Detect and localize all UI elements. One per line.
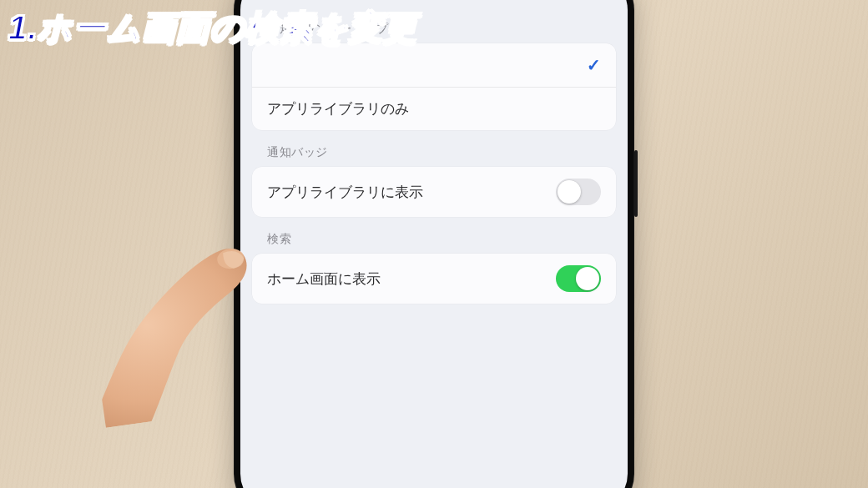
toggle-show-in-app-library[interactable] xyxy=(556,179,601,205)
toggle-knob xyxy=(576,267,599,290)
checkmark-icon: ✓ xyxy=(587,55,601,75)
group-new-downloads: ✓ アプリライブラリのみ xyxy=(252,43,616,130)
row-show-in-app-library-label: アプリライブラリに表示 xyxy=(267,183,423,202)
option-add-to-home[interactable]: ✓ xyxy=(252,43,616,87)
row-show-on-home-screen-label: ホーム画面に表示 xyxy=(267,269,381,289)
toggle-knob xyxy=(558,180,581,204)
phone-frame: 新規ダウンロードアプリ ✓ アプリライブラリのみ 通知バッジ アプリライブラリに… xyxy=(234,0,634,488)
group-search: ホーム画面に表示 xyxy=(252,254,616,304)
settings-page: 新規ダウンロードアプリ ✓ アプリライブラリのみ 通知バッジ アプリライブラリに… xyxy=(240,0,628,304)
section-header-search: 検索 xyxy=(252,217,616,254)
section-header-notification-badges: 通知バッジ xyxy=(252,130,616,167)
group-notification-badges: アプリライブラリに表示 xyxy=(252,167,616,217)
phone-screen: 新規ダウンロードアプリ ✓ アプリライブラリのみ 通知バッジ アプリライブラリに… xyxy=(240,0,628,488)
row-show-in-app-library: アプリライブラリに表示 xyxy=(252,167,616,217)
toggle-show-on-home-screen[interactable] xyxy=(556,265,601,292)
option-app-library-only-label: アプリライブラリのみ xyxy=(267,99,409,118)
option-app-library-only[interactable]: アプリライブラリのみ xyxy=(252,87,616,130)
section-header-new-downloads: 新規ダウンロードアプリ xyxy=(252,7,616,43)
row-show-on-home-screen: ホーム画面に表示 xyxy=(252,254,616,304)
